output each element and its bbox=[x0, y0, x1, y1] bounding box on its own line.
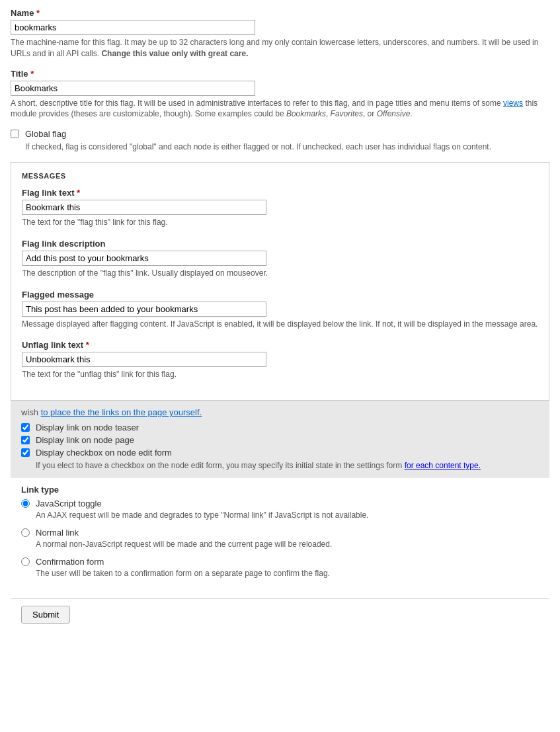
radio-confirmation-label: Confirmation form bbox=[36, 557, 104, 567]
name-input[interactable] bbox=[11, 20, 255, 35]
display-checkbox-label: Display checkbox on node edit form bbox=[36, 448, 172, 458]
display-node-page-checkbox[interactable] bbox=[21, 436, 30, 444]
radio-javascript[interactable] bbox=[21, 499, 30, 508]
messages-section-title: MESSAGES bbox=[22, 172, 538, 180]
radio-confirmation-row: Confirmation form bbox=[21, 557, 539, 567]
scrolled-section: wish to place the the links on the page … bbox=[11, 401, 549, 478]
global-flag-section: Global flag If checked, flag is consider… bbox=[11, 129, 549, 153]
unflag-link-text-label-text: Unflag link text bbox=[22, 340, 83, 350]
radio-normal-label: Normal link bbox=[36, 528, 79, 538]
title-label: Title * bbox=[11, 69, 549, 79]
scrolled-text: wish to place the the links on the page … bbox=[21, 407, 539, 417]
display-checkbox-description: If you elect to have a checkbox on the n… bbox=[36, 460, 539, 471]
flag-link-text-description: The text for the "flag this" link for th… bbox=[22, 217, 538, 228]
flag-link-description-input[interactable] bbox=[22, 251, 266, 266]
display-node-page-label: Display link on node page bbox=[36, 435, 134, 445]
global-flag-row: Global flag bbox=[11, 129, 549, 139]
title-description: A short, descriptive title for this flag… bbox=[11, 98, 549, 120]
flag-link-text-label-text: Flag link text bbox=[22, 188, 74, 198]
unflag-link-text-star: * bbox=[86, 340, 89, 350]
radio-normal-row: Normal link bbox=[21, 528, 539, 538]
content-type-link[interactable]: for each content type. bbox=[405, 461, 481, 470]
unflag-link-text-label: Unflag link text * bbox=[22, 340, 538, 350]
display-node-teaser-checkbox[interactable] bbox=[21, 423, 30, 432]
radio-javascript-row: JavaScript toggle bbox=[21, 499, 539, 508]
radio-normal-description: A normal non-JavaScript request will be … bbox=[36, 539, 539, 550]
flag-link-text-star: * bbox=[77, 188, 80, 198]
display-checkbox-row: Display checkbox on node edit form bbox=[21, 448, 539, 458]
name-label: Name * bbox=[11, 8, 549, 18]
name-label-text: Name bbox=[11, 8, 34, 18]
flag-link-text-input[interactable] bbox=[22, 200, 266, 215]
flag-link-description-field: Flag link description The description of… bbox=[22, 239, 538, 279]
unflag-link-text-field: Unflag link text * The text for the "unf… bbox=[22, 340, 538, 380]
radio-confirmation-description: The user will be taken to a confirmation… bbox=[36, 568, 539, 579]
flagged-message-input[interactable] bbox=[22, 302, 266, 317]
name-description: The machine-name for this flag. It may b… bbox=[11, 37, 549, 60]
link-type-label: Link type bbox=[21, 485, 539, 495]
flagged-message-label: Flagged message bbox=[22, 290, 538, 300]
global-flag-description: If checked, flag is considered "global" … bbox=[25, 142, 549, 153]
title-input[interactable] bbox=[11, 81, 255, 96]
flag-link-text-label: Flag link text * bbox=[22, 188, 538, 198]
display-checkbox-desc-text: If you elect to have a checkbox on the n… bbox=[36, 461, 402, 470]
submit-section: Submit bbox=[11, 598, 549, 630]
views-link[interactable]: views bbox=[503, 99, 523, 108]
scrolled-link[interactable]: to place the the links on the page yours… bbox=[41, 407, 202, 417]
messages-box: MESSAGES Flag link text * The text for t… bbox=[11, 162, 549, 401]
title-desc-text1: A short, descriptive title for this flag… bbox=[11, 99, 503, 108]
name-field-group: Name * The machine-name for this flag. I… bbox=[11, 8, 549, 60]
flag-link-text-field: Flag link text * The text for the "flag … bbox=[22, 188, 538, 228]
page-content: Name * The machine-name for this flag. I… bbox=[0, 0, 560, 638]
display-node-teaser-label: Display link on node teaser bbox=[36, 423, 139, 432]
radio-javascript-description: An AJAX request will be made and degrade… bbox=[36, 510, 539, 521]
unflag-link-text-input[interactable] bbox=[22, 352, 266, 367]
flag-link-description-label: Flag link description bbox=[22, 239, 538, 249]
name-warning: Change this value only with great care. bbox=[101, 49, 248, 58]
global-flag-label: Global flag bbox=[25, 129, 66, 139]
title-label-text: Title bbox=[11, 69, 28, 79]
display-node-page-row: Display link on node page bbox=[21, 435, 539, 445]
global-flag-checkbox[interactable] bbox=[11, 130, 19, 138]
radio-javascript-label: JavaScript toggle bbox=[36, 499, 102, 508]
display-checkbox-checkbox[interactable] bbox=[21, 448, 30, 457]
title-field-group: Title * A short, descriptive title for t… bbox=[11, 69, 549, 120]
unflag-link-text-description: The text for the "unflag this" link for … bbox=[22, 369, 538, 380]
submit-button[interactable]: Submit bbox=[21, 606, 70, 624]
radio-normal[interactable] bbox=[21, 528, 30, 537]
flagged-message-field: Flagged message Message displayed after … bbox=[22, 290, 538, 330]
flagged-message-description: Message displayed after flagging content… bbox=[22, 319, 538, 330]
name-description-text: The machine-name for this flag. It may b… bbox=[11, 38, 538, 58]
link-type-section: Link type JavaScript toggle An AJAX requ… bbox=[11, 485, 549, 592]
radio-confirmation[interactable] bbox=[21, 557, 30, 566]
flag-link-description-desc: The description of the "flag this" link.… bbox=[22, 268, 538, 279]
display-node-teaser-row: Display link on node teaser bbox=[21, 423, 539, 432]
name-required-star: * bbox=[36, 8, 40, 18]
title-required-star: * bbox=[30, 69, 34, 79]
